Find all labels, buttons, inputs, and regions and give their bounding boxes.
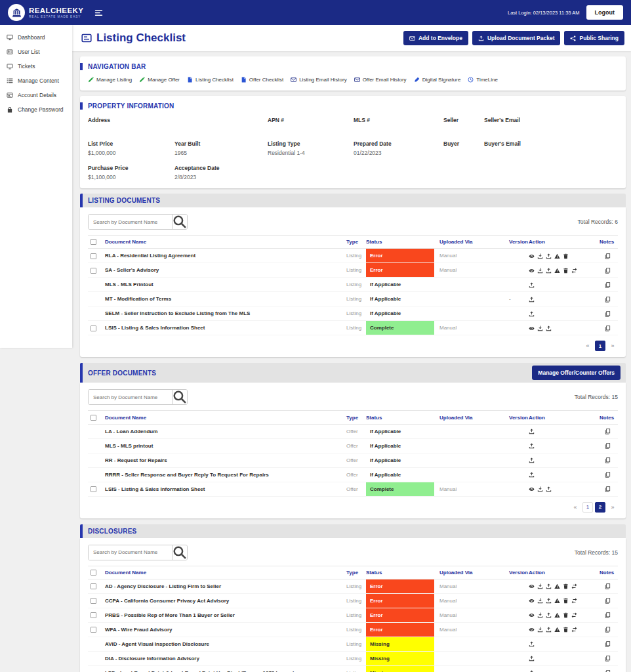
nav-link-timeline[interactable]: TimeLine xyxy=(468,77,498,83)
download-icon[interactable] xyxy=(537,612,543,618)
row-checkbox[interactable] xyxy=(91,326,96,331)
row-checkbox[interactable] xyxy=(91,253,96,259)
nav-link-offer-email-history[interactable]: Offer Email History xyxy=(354,77,407,83)
upload-icon[interactable] xyxy=(529,472,535,478)
download-icon[interactable] xyxy=(537,583,543,589)
sidebar-item-change-password[interactable]: Change Password xyxy=(0,102,72,117)
trash-icon[interactable] xyxy=(563,583,569,589)
sidebar-item-account-details[interactable]: Account Details xyxy=(0,88,72,102)
brand[interactable]: REALCHEEKY REAL ESTATE MADE EASY xyxy=(8,4,84,21)
pagination-page-1[interactable]: 1 xyxy=(582,502,593,513)
sidebar-item-tickets[interactable]: Tickets xyxy=(0,59,72,74)
search-input[interactable] xyxy=(89,215,172,229)
download-icon[interactable] xyxy=(537,268,543,274)
nav-link-manage-offer[interactable]: Manage Offer xyxy=(139,77,180,83)
download-icon[interactable] xyxy=(537,627,543,633)
clipboard-icon[interactable] xyxy=(605,641,611,647)
clipboard-icon[interactable] xyxy=(605,326,611,331)
search-input[interactable] xyxy=(89,390,172,404)
trash-icon[interactable] xyxy=(563,598,569,604)
warning-icon[interactable] xyxy=(554,598,560,604)
warning-icon[interactable] xyxy=(554,612,560,618)
upload-icon[interactable] xyxy=(546,486,552,492)
select-all-checkbox[interactable] xyxy=(91,239,96,245)
clipboard-icon[interactable] xyxy=(605,472,611,478)
clipboard-icon[interactable] xyxy=(605,282,611,288)
nav-link-manage-listing[interactable]: Manage Listing xyxy=(88,77,132,83)
warning-icon[interactable] xyxy=(554,268,560,274)
eye-icon[interactable] xyxy=(529,326,535,331)
upload-icon[interactable] xyxy=(529,443,535,449)
logout-button[interactable]: Logout xyxy=(586,5,624,20)
clipboard-icon[interactable] xyxy=(605,627,611,633)
upload-icon[interactable] xyxy=(546,612,552,618)
pagination-page-1[interactable]: 1 xyxy=(595,341,605,351)
upload-icon[interactable] xyxy=(529,457,535,463)
upload-icon[interactable] xyxy=(529,656,535,662)
clipboard-icon[interactable] xyxy=(605,268,611,274)
add-to-envelope-button[interactable]: Add to Envelope xyxy=(403,31,468,45)
clipboard-icon[interactable] xyxy=(605,443,611,449)
pagination-page-2[interactable]: 2 xyxy=(595,502,605,513)
warning-icon[interactable] xyxy=(554,583,560,589)
clipboard-icon[interactable] xyxy=(605,612,611,618)
clipboard-icon[interactable] xyxy=(605,598,611,604)
upload-icon[interactable] xyxy=(546,583,552,589)
upload-document-packet-button[interactable]: Upload Document Packet xyxy=(472,31,561,45)
row-checkbox[interactable] xyxy=(91,583,96,589)
clipboard-icon[interactable] xyxy=(605,253,611,259)
download-icon[interactable] xyxy=(537,253,543,259)
eye-icon[interactable] xyxy=(529,598,535,604)
upload-icon[interactable] xyxy=(546,253,552,259)
row-checkbox[interactable] xyxy=(91,598,96,604)
search-icon[interactable] xyxy=(172,545,187,560)
swap-icon[interactable] xyxy=(571,598,577,604)
nav-link-digital-signature[interactable]: Digital Signature xyxy=(414,77,461,83)
pagination-next[interactable]: » xyxy=(607,502,618,513)
search-input[interactable] xyxy=(89,545,172,560)
upload-icon[interactable] xyxy=(546,268,552,274)
swap-icon[interactable] xyxy=(571,268,577,274)
download-icon[interactable] xyxy=(537,486,543,492)
clipboard-icon[interactable] xyxy=(605,297,611,303)
pagination-prev[interactable]: « xyxy=(582,341,593,351)
warning-icon[interactable] xyxy=(554,253,560,259)
trash-icon[interactable] xyxy=(563,253,569,259)
upload-icon[interactable] xyxy=(529,297,535,303)
trash-icon[interactable] xyxy=(563,612,569,618)
trash-icon[interactable] xyxy=(563,268,569,274)
swap-icon[interactable] xyxy=(571,583,577,589)
select-all-checkbox[interactable] xyxy=(91,570,96,576)
select-all-checkbox[interactable] xyxy=(91,415,96,421)
clipboard-icon[interactable] xyxy=(605,583,611,589)
clipboard-icon[interactable] xyxy=(605,429,611,434)
clipboard-icon[interactable] xyxy=(605,656,611,662)
search-icon[interactable] xyxy=(172,390,187,404)
search-icon[interactable] xyxy=(172,215,187,229)
eye-icon[interactable] xyxy=(529,583,535,589)
eye-icon[interactable] xyxy=(529,268,535,274)
row-checkbox[interactable] xyxy=(91,268,96,274)
upload-icon[interactable] xyxy=(546,326,552,331)
pagination-prev[interactable]: « xyxy=(570,502,580,513)
pagination-next[interactable]: » xyxy=(607,341,618,351)
row-checkbox[interactable] xyxy=(91,612,96,618)
clipboard-icon[interactable] xyxy=(605,457,611,463)
trash-icon[interactable] xyxy=(563,627,569,633)
upload-icon[interactable] xyxy=(529,311,535,317)
sidebar-item-dashboard[interactable]: Dashboard xyxy=(0,30,72,45)
swap-icon[interactable] xyxy=(571,612,577,618)
menu-toggle-icon[interactable] xyxy=(94,9,103,17)
clipboard-icon[interactable] xyxy=(605,486,611,492)
upload-icon[interactable] xyxy=(546,598,552,604)
clipboard-icon[interactable] xyxy=(605,311,611,317)
public-sharing-button[interactable]: Public Sharing xyxy=(564,31,624,45)
row-checkbox[interactable] xyxy=(91,486,96,492)
manage-offer-counter-offers-button[interactable]: Manage Offer/Counter Offers xyxy=(532,366,621,380)
eye-icon[interactable] xyxy=(529,627,535,633)
nav-link-listing-checklist[interactable]: Listing Checklist xyxy=(187,77,234,83)
eye-icon[interactable] xyxy=(529,612,535,618)
upload-icon[interactable] xyxy=(529,641,535,647)
eye-icon[interactable] xyxy=(529,253,535,259)
download-icon[interactable] xyxy=(537,598,543,604)
